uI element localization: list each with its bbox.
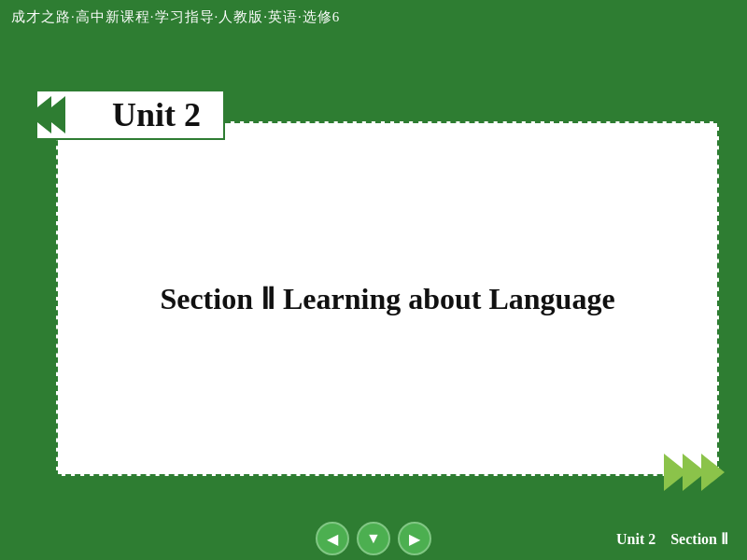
prev-button[interactable]: ◀ <box>316 522 349 555</box>
prev-icon: ◀ <box>327 530 338 548</box>
home-icon: ▼ <box>366 530 381 547</box>
top-header-bar: 成才之路·高中新课程·学习指导·人教版·英语·选修6 <box>0 0 747 34</box>
bottom-section-text: Section Ⅱ <box>670 531 728 547</box>
bottom-unit-text: Unit 2 <box>616 531 655 547</box>
unit-heading-bar: Unit 2 <box>37 90 225 140</box>
unit-title: Unit 2 <box>112 95 201 134</box>
home-button[interactable]: ▼ <box>357 522 390 555</box>
left-chevrons-icon <box>5 94 70 135</box>
next-button[interactable]: ▶ <box>398 522 431 555</box>
right-chevrons-icon <box>659 450 743 495</box>
next-icon: ▶ <box>409 530 420 548</box>
section-full-title: Section Ⅱ Learning about Language <box>160 281 614 316</box>
svg-marker-5 <box>701 454 725 491</box>
header-title: 成才之路·高中新课程·学习指导·人教版·英语·选修6 <box>11 8 340 26</box>
bottom-unit-section-label: Unit 2 Section Ⅱ <box>616 530 728 548</box>
content-card: Section Ⅱ Learning about Language <box>56 121 719 476</box>
nav-buttons-group: ◀ ▼ ▶ <box>316 522 431 555</box>
bottom-nav-bar: ◀ ▼ ▶ Unit 2 Section Ⅱ <box>0 517 747 560</box>
